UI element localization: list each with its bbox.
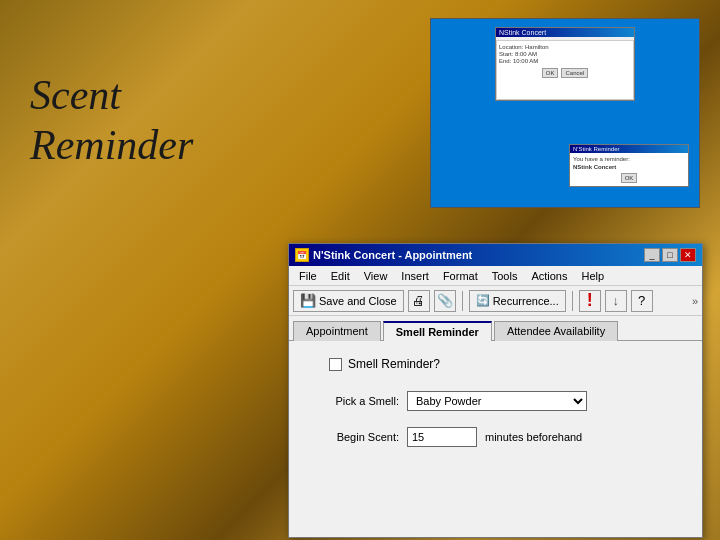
- importance-low-icon: ↓: [612, 293, 619, 308]
- tab-content: Smell Reminder? Pick a Smell: Baby Powde…: [289, 340, 702, 479]
- pick-smell-label: Pick a Smell:: [309, 395, 399, 407]
- pick-smell-row: Pick a Smell: Baby Powder Roses Lavender…: [309, 391, 682, 411]
- titlebar-controls[interactable]: _ □ ✕: [644, 248, 696, 262]
- mini-content: Location: Hamilton Start: 8:00 AM End: 1…: [496, 40, 634, 100]
- smell-reminder-label: Smell Reminder?: [348, 357, 440, 371]
- titlebar-left: 📅 N'Stink Concert - Appointment: [295, 248, 472, 262]
- overlay-line2: Reminder: [30, 120, 193, 170]
- menu-file[interactable]: File: [293, 269, 323, 283]
- scent-reminder-overlay: Scent Reminder: [30, 70, 193, 171]
- importance-low-button[interactable]: ↓: [605, 290, 627, 312]
- mini-screenshot: NStink Concert Location: Hamilton Start:…: [430, 18, 700, 208]
- minutes-label: minutes beforehand: [485, 431, 582, 443]
- separator2: [572, 291, 573, 311]
- overlay-line1: Scent: [30, 70, 193, 120]
- begin-scent-row: Begin Scent: minutes beforehand: [309, 427, 682, 447]
- titlebar: 📅 N'Stink Concert - Appointment _ □ ✕: [289, 244, 702, 266]
- toolbar: 💾 Save and Close 🖨 📎 🔄 Recurrence... ! ↓…: [289, 286, 702, 316]
- separator: [462, 291, 463, 311]
- print-button[interactable]: 🖨: [408, 290, 430, 312]
- menubar: File Edit View Insert Format Tools Actio…: [289, 266, 702, 286]
- tab-appointment[interactable]: Appointment: [293, 321, 381, 341]
- appointment-dialog: 📅 N'Stink Concert - Appointment _ □ ✕ Fi…: [288, 243, 703, 538]
- smell-select-wrapper: Baby Powder Roses Lavender Cinnamon Ocea…: [407, 391, 587, 411]
- dialog-title: N'Stink Concert - Appointment: [313, 249, 472, 261]
- menu-tools[interactable]: Tools: [486, 269, 524, 283]
- close-button[interactable]: ✕: [680, 248, 696, 262]
- help-button[interactable]: ?: [631, 290, 653, 312]
- recurrence-icon: 🔄: [476, 294, 490, 307]
- menu-view[interactable]: View: [358, 269, 394, 283]
- minimize-button[interactable]: _: [644, 248, 660, 262]
- recurrence-label: Recurrence...: [493, 295, 559, 307]
- menu-edit[interactable]: Edit: [325, 269, 356, 283]
- menu-help[interactable]: Help: [575, 269, 610, 283]
- menu-format[interactable]: Format: [437, 269, 484, 283]
- menu-actions[interactable]: Actions: [525, 269, 573, 283]
- importance-high-button[interactable]: !: [579, 290, 601, 312]
- smell-reminder-checkbox[interactable]: [329, 358, 342, 371]
- titlebar-icon: 📅: [295, 248, 309, 262]
- insert-icon: 📎: [437, 293, 453, 308]
- tabs-bar: Appointment Smell Reminder Attendee Avai…: [289, 316, 702, 340]
- begin-scent-input[interactable]: [407, 427, 477, 447]
- menu-insert[interactable]: Insert: [395, 269, 435, 283]
- mini-title: NStink Concert: [496, 28, 634, 37]
- save-close-label: Save and Close: [319, 295, 397, 307]
- tab-smell-reminder[interactable]: Smell Reminder: [383, 321, 492, 341]
- importance-high-icon: !: [587, 290, 593, 311]
- chevron-right-icon: »: [692, 295, 698, 307]
- tab-attendee[interactable]: Attendee Availability: [494, 321, 618, 341]
- begin-scent-label: Begin Scent:: [309, 431, 399, 443]
- save-icon: 💾: [300, 293, 316, 308]
- save-close-button[interactable]: 💾 Save and Close: [293, 290, 404, 312]
- smell-reminder-row: Smell Reminder?: [329, 357, 682, 371]
- help-icon: ?: [638, 293, 645, 308]
- recurrence-button[interactable]: 🔄 Recurrence...: [469, 290, 566, 312]
- print-icon: 🖨: [412, 293, 425, 308]
- restore-button[interactable]: □: [662, 248, 678, 262]
- smell-select[interactable]: Baby Powder Roses Lavender Cinnamon Ocea…: [407, 391, 587, 411]
- insert-button[interactable]: 📎: [434, 290, 456, 312]
